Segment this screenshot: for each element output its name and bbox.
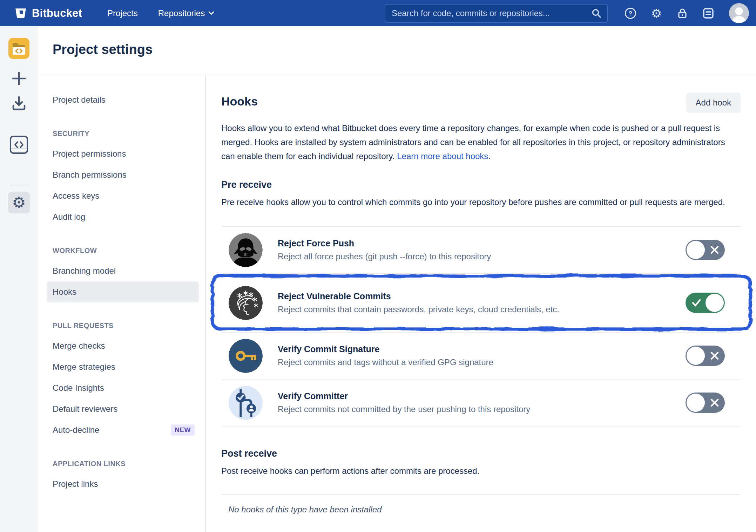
post-receive-empty-message: No hooks of this type have been installe…: [221, 505, 741, 514]
hook-description: Reject commits that contain passwords, p…: [278, 305, 559, 314]
code-icon[interactable]: [0, 136, 38, 154]
pre-receive-hook-list: Reject Force Push Reject all force pushe…: [221, 226, 741, 427]
hook-description: Reject commits not committed by the user…: [278, 404, 530, 414]
toggle-thumb: [687, 394, 705, 412]
sidebar-item-auto-decline[interactable]: Auto-decline NEW: [38, 420, 205, 441]
x-icon: [710, 245, 719, 254]
sidebar-header-application-links: APPLICATION LINKS: [38, 454, 205, 473]
hooks-panel: Hooks Add hook Hooks allow you to extend…: [221, 75, 741, 514]
darth-vader-icon: [229, 233, 263, 267]
sidebar-item-access-keys[interactable]: Access keys: [38, 185, 205, 206]
hook-toggle-on[interactable]: [686, 293, 725, 313]
sidebar-header-workflow: WORKFLOW: [38, 241, 205, 260]
brand-name: Bitbucket: [32, 7, 82, 20]
bitbucket-bucket-icon: [14, 7, 27, 20]
settings-sidenav: Project details SECURITY Project permiss…: [38, 75, 206, 532]
feedback-icon[interactable]: [702, 7, 714, 19]
check-icon: [691, 298, 701, 307]
sidebar-item-project-links[interactable]: Project links: [38, 473, 205, 495]
gear-icon[interactable]: ⚙: [8, 192, 30, 213]
top-navbar: Bitbucket Projects Repositories ? ⚙: [0, 0, 756, 26]
sidebar-item-project-details[interactable]: Project details: [38, 89, 205, 110]
sidebar-item-code-insights[interactable]: Code Insights: [38, 377, 205, 398]
post-receive-description: Post receive hooks can perform actions a…: [221, 464, 741, 478]
pre-receive-description: Pre receive hooks allow you to control w…: [221, 195, 741, 209]
add-hook-button[interactable]: Add hook: [686, 93, 741, 113]
x-icon: [710, 351, 719, 360]
hook-row-reject-vulnerable-commits: Reject Vulnerable Commits Reject commits…: [221, 274, 741, 333]
help-icon[interactable]: ?: [625, 7, 636, 19]
sidebar-header-security: SECURITY: [38, 124, 205, 143]
sidebar-item-label: Auto-decline: [53, 425, 99, 435]
bitbucket-logo[interactable]: Bitbucket: [14, 7, 82, 20]
lock-icon[interactable]: [676, 7, 688, 19]
hook-toggle-off[interactable]: [686, 346, 725, 366]
gear-icon[interactable]: ⚙: [650, 7, 662, 19]
search-icon[interactable]: [592, 8, 601, 18]
hook-title: Verify Commit Signature: [278, 344, 493, 354]
toggle-thumb: [687, 241, 705, 259]
hook-text: Reject Vulnerable Commits Reject commits…: [278, 291, 559, 314]
hook-description: Reject all force pushes (git push --forc…: [278, 252, 491, 261]
key-icon: [229, 339, 263, 373]
hooks-intro: Hooks allow you to extend what Bitbucket…: [221, 121, 741, 163]
page-title: Project settings: [53, 42, 153, 57]
hook-description: Reject commits and tags without a verifi…: [278, 357, 493, 367]
global-search: [385, 4, 608, 23]
sidebar-header-pull-requests: PULL REQUESTS: [38, 316, 205, 335]
sidebar-item-merge-checks[interactable]: Merge checks: [38, 335, 205, 356]
learn-more-link[interactable]: Learn more about hooks: [397, 151, 488, 161]
hook-text: Verify Committer Reject commits not comm…: [278, 391, 530, 414]
sidebar-item-hooks[interactable]: Hooks: [47, 281, 199, 302]
post-receive-divider: [221, 494, 741, 495]
user-avatar[interactable]: [729, 3, 749, 23]
sidebar-item-project-permissions[interactable]: Project permissions: [38, 143, 205, 164]
pre-receive-heading: Pre receive: [221, 179, 741, 190]
nav-repositories[interactable]: Repositories: [158, 8, 214, 18]
sidebar-item-merge-strategies[interactable]: Merge strategies: [38, 356, 205, 377]
hook-row-verify-commit-signature: Verify Commit Signature Reject commits a…: [221, 333, 741, 380]
hooks-heading: Hooks: [221, 95, 741, 108]
svg-text:?: ?: [629, 10, 632, 17]
navbar-icons: ? ⚙: [625, 7, 714, 19]
hook-toggle-off[interactable]: [686, 240, 725, 260]
toggle-thumb: [687, 347, 705, 365]
settings-rail-item[interactable]: ⚙: [0, 192, 38, 213]
download-icon[interactable]: [0, 96, 38, 111]
title-divider: [38, 75, 756, 75]
rail-divider: [0, 185, 38, 185]
hook-text: Reject Force Push Reject all force pushe…: [278, 238, 491, 261]
new-badge: NEW: [171, 424, 195, 436]
plus-icon[interactable]: [0, 71, 38, 86]
nav-projects[interactable]: Projects: [107, 8, 138, 18]
sidebar-item-branch-permissions[interactable]: Branch permissions: [38, 164, 205, 185]
hook-row-reject-force-push: Reject Force Push Reject all force pushe…: [221, 227, 741, 274]
project-avatar[interactable]: [0, 38, 38, 59]
navbar-links: Projects Repositories: [107, 8, 214, 18]
app-sidebar-rail: ⚙: [0, 26, 38, 532]
hook-toggle-off[interactable]: [686, 393, 725, 413]
toggle-thumb: [706, 294, 724, 312]
medusa-icon: [229, 286, 263, 320]
search-input[interactable]: [391, 8, 592, 19]
hook-title: Reject Vulnerable Commits: [278, 291, 559, 301]
sidebar-item-default-reviewers[interactable]: Default reviewers: [38, 398, 205, 420]
commit-graph-icon: [229, 386, 263, 420]
hook-text: Verify Commit Signature Reject commits a…: [278, 344, 493, 367]
intro-period: .: [488, 151, 491, 161]
x-icon: [710, 398, 719, 407]
sidebar-item-audit-log[interactable]: Audit log: [38, 206, 205, 227]
chevron-down-icon: [208, 11, 214, 15]
post-receive-heading: Post receive: [221, 448, 741, 459]
hook-title: Reject Force Push: [278, 238, 491, 248]
sidebar-item-branching-model[interactable]: Branching model: [38, 260, 205, 281]
hook-row-verify-committer: Verify Committer Reject commits not comm…: [221, 380, 741, 427]
hook-title: Verify Committer: [278, 391, 530, 401]
